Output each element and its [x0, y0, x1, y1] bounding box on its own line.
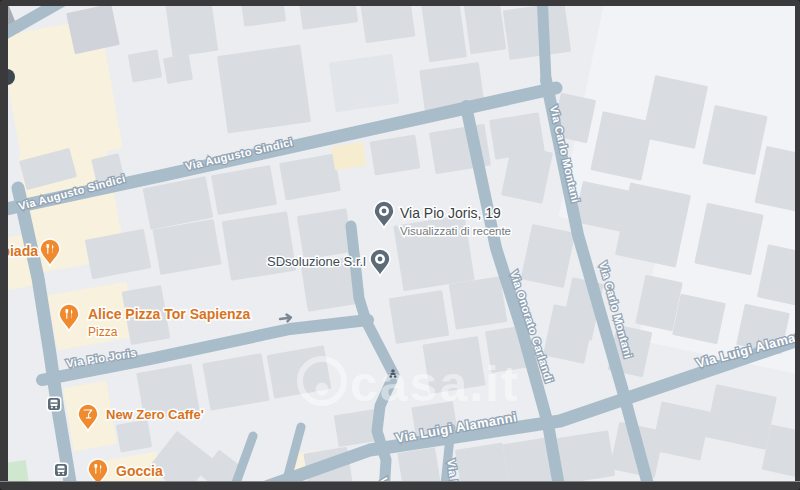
building: [240, 6, 286, 27]
pin-dot: [382, 209, 387, 214]
scooter-wheel: [390, 375, 393, 378]
bus-icon-wheel: [62, 472, 64, 474]
building: [279, 153, 341, 200]
map-canvas[interactable]: Via Augusto SindiciVia Augusto SindiciVi…: [8, 6, 795, 481]
building: [455, 443, 509, 481]
building: [163, 54, 193, 84]
road-via-carlo-montani-north: [542, 6, 546, 80]
frame-bottom-line: [0, 481, 800, 482]
map-window: Via Augusto SindiciVia Augusto SindiciVi…: [0, 0, 800, 490]
building: [359, 6, 416, 43]
poi-label-line: Pizza: [88, 325, 118, 339]
building: [329, 54, 399, 112]
building: [503, 6, 571, 60]
bus-icon-window: [51, 402, 58, 403]
bus-icon-wheel: [58, 472, 60, 474]
bus-icon-window: [58, 468, 65, 469]
poi-label-line: Via Pio Joris, 19: [400, 205, 501, 221]
building: [222, 211, 297, 281]
poi-pin-sdsoluzione[interactable]: [370, 249, 390, 276]
poi-label-line: Visualizzati di recente: [400, 225, 511, 237]
watermark-dot: [316, 383, 329, 396]
building: [297, 208, 353, 259]
building: [116, 419, 152, 452]
scooter-body: [390, 373, 395, 375]
building: [651, 401, 710, 460]
poi-label-sdsoluzione[interactable]: SDsoluzione S.r.l: [267, 254, 366, 269]
building: [397, 447, 440, 481]
pin-dot: [378, 257, 383, 262]
poi-label-line: piada: [8, 243, 38, 259]
watermark-casa-it: casa.it: [300, 356, 520, 412]
building: [521, 224, 576, 288]
poi-pin-via-pio-joris-19[interactable]: [374, 201, 394, 228]
oneway-arrow-icon: [280, 314, 292, 322]
building: [557, 430, 616, 481]
street-label: Via P: [445, 459, 460, 481]
bus-icon-wheel: [55, 406, 57, 408]
poi-label-goccia[interactable]: GocciaGelato: [116, 463, 163, 481]
building: [389, 290, 450, 344]
map-svg: Via Augusto SindiciVia Augusto SindiciVi…: [8, 6, 795, 481]
road-side-street-1: [232, 436, 253, 481]
poi-label-line: Goccia: [116, 463, 163, 479]
building: [217, 45, 311, 134]
building: [449, 276, 508, 330]
building: [419, 6, 467, 62]
poi-label-new-zero-caffe[interactable]: New Zero Caffe': [106, 407, 204, 422]
building: [164, 6, 218, 57]
watermark-text: casa.it: [350, 356, 520, 412]
poi-label-line: New Zero Caffe': [106, 407, 204, 422]
poi-label-line: SDsoluzione S.r.l: [267, 254, 366, 269]
building: [152, 219, 221, 275]
poi-label-piada[interactable]: piada: [8, 243, 38, 259]
building: [370, 135, 421, 176]
building: [331, 142, 366, 171]
bus-icon-wheel: [51, 406, 53, 408]
building: [298, 6, 358, 30]
building: [202, 353, 269, 411]
ground-patch: [8, 460, 30, 481]
building: [66, 6, 120, 54]
scooter-wheel: [394, 375, 397, 378]
building: [462, 6, 507, 54]
bus-stop-icon[interactable]: [54, 463, 69, 478]
poi-label-line: Alice Pizza Tor Sapienza: [88, 306, 251, 322]
scooter-head: [391, 369, 395, 373]
bus-stop-icon[interactable]: [47, 397, 62, 412]
building: [705, 384, 777, 450]
building: [211, 165, 277, 215]
building: [128, 50, 162, 83]
